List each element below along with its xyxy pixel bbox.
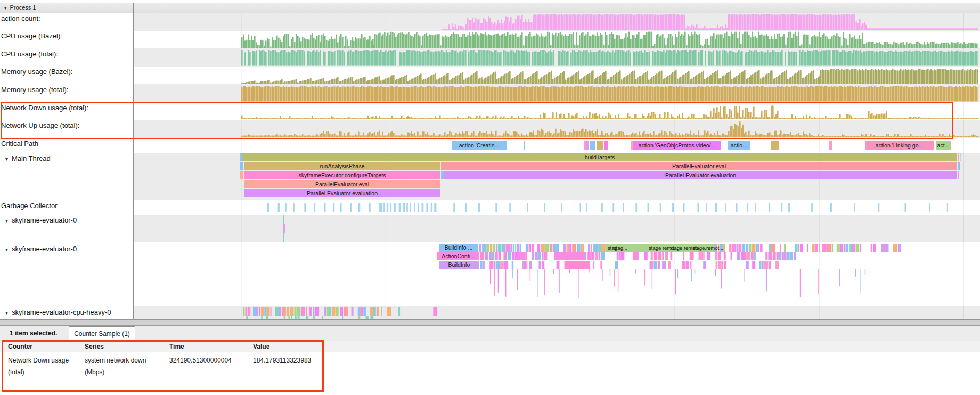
row-label-garbage-collector: Garbage Collector <box>1 202 58 210</box>
critical-path-slice[interactable] <box>586 141 589 150</box>
critical-path-slice[interactable]: action 'Creatin... <box>452 141 507 150</box>
row-label-critical-path: Critical Path <box>1 139 38 147</box>
row-label-net-up: Network Up usage (total): <box>1 121 79 129</box>
main-thread-slice[interactable] <box>958 153 959 161</box>
row-label-net-down: Network Down usage (total): <box>1 104 88 112</box>
main-thread-slice[interactable] <box>240 171 243 179</box>
main-thread-slice[interactable] <box>240 153 242 161</box>
main-thread-slice[interactable]: buildTargets <box>242 153 957 161</box>
collapse-arrow-icon[interactable]: ▾ <box>5 156 8 162</box>
process-header[interactable]: ▾Process 1 <box>0 3 980 13</box>
critical-path-slice[interactable] <box>584 141 586 150</box>
track-header-skyframe-evaluator-0-a[interactable]: ▾skyframe-evaluator-0 <box>5 216 77 224</box>
track-header-skyframe-evaluator-cpu-heavy[interactable]: ▾skyframe-evaluator-cpu-heavy-0 <box>5 308 111 316</box>
sample-table-header: Counter Series Time Value <box>0 341 980 352</box>
critical-path-slice[interactable] <box>524 141 525 150</box>
main-thread-slice[interactable]: Parallel Evaluator evaluation <box>244 189 440 198</box>
skyframe-slice[interactable]: BuildInfo ... <box>439 244 478 252</box>
collapse-arrow-icon[interactable]: ▾ <box>4 5 7 11</box>
critical-path-slice[interactable] <box>604 141 608 150</box>
col-header-value[interactable]: Value <box>253 343 270 350</box>
col-header-counter[interactable]: Counter <box>8 343 32 350</box>
main-thread-slice[interactable]: skyframeExecutor.configureTargets <box>244 171 440 179</box>
cell-time[interactable]: 324190.51300000004 <box>169 355 249 366</box>
process-title: Process 1 <box>10 4 36 11</box>
skyframe-slice-label: stage.remot... <box>692 245 723 251</box>
skyframe-slice[interactable]: BuildInfo <box>439 261 479 269</box>
collapse-arrow-icon[interactable]: ▾ <box>5 246 8 252</box>
critical-path-slice[interactable] <box>829 141 832 150</box>
collapse-arrow-icon[interactable]: ▾ <box>5 218 8 224</box>
collapse-arrow-icon[interactable]: ▾ <box>5 310 8 316</box>
row-label-mem-total: Memory usage (total): <box>1 86 68 94</box>
panel-divider[interactable] <box>133 3 134 319</box>
selection-status: 1 item selected. <box>10 330 57 337</box>
critical-path-slice[interactable]: action 'GenObjcProtos video/... <box>633 141 721 150</box>
main-thread-slice[interactable] <box>958 171 959 179</box>
critical-path-slice[interactable]: act... <box>936 141 951 150</box>
col-header-series[interactable]: Series <box>85 343 104 350</box>
main-thread-slice[interactable] <box>960 153 961 161</box>
track-header-skyframe-evaluator-0-b[interactable]: ▾skyframe-evaluator-0 <box>5 245 77 253</box>
panel-splitter-handle[interactable] <box>0 319 980 326</box>
col-header-time[interactable]: Time <box>169 343 184 350</box>
skyframe-slice-label: stag... <box>614 245 627 251</box>
critical-path-slice[interactable] <box>597 141 603 150</box>
main-thread-slice[interactable]: runAnalysisPhase <box>244 162 440 170</box>
track-header-main-thread[interactable]: ▾Main Thread <box>5 154 51 162</box>
critical-path-slice[interactable]: actio... <box>728 141 750 150</box>
row-label-cpu-bazel: CPU usage (Bazel): <box>1 32 62 40</box>
main-thread-slice[interactable] <box>240 162 243 170</box>
cell-counter[interactable]: Network Down usage (total) <box>8 355 76 378</box>
cell-value[interactable]: 184.1793113323983 <box>253 355 328 366</box>
row-label-mem-bazel: Memory usage (Bazel): <box>1 68 72 76</box>
row-label-action-count: action count: <box>1 14 40 22</box>
main-thread-slice[interactable]: ParallelEvaluator.eval <box>244 180 440 188</box>
main-thread-slice[interactable] <box>441 171 444 179</box>
sample-table: Counter Series Time Value Network Down u… <box>0 341 980 395</box>
row-label-cpu-total: CPU usage (total): <box>1 50 58 58</box>
critical-path-slice[interactable]: action 'Linking go... <box>865 141 934 150</box>
cell-series[interactable]: system network down (Mbps) <box>85 355 159 378</box>
main-thread-slice[interactable] <box>958 162 960 170</box>
main-thread-slice[interactable]: ParallelEvaluator.eval <box>441 162 957 170</box>
critical-path-slice[interactable] <box>771 141 779 150</box>
main-thread-slice[interactable]: Parallel Evaluator evaluation <box>444 171 957 179</box>
critical-path-slice[interactable] <box>590 141 595 150</box>
skyframe-slice[interactable]: ActionConti... <box>437 252 479 260</box>
details-panel: 1 item selected. Counter Sample (1) Coun… <box>0 319 980 395</box>
critical-path-slice[interactable] <box>631 141 633 150</box>
trace-viewer: ▾Process 1 action 'Creatin...action 'Gen… <box>0 0 980 395</box>
tab-counter-sample[interactable]: Counter Sample (1) <box>69 326 135 341</box>
